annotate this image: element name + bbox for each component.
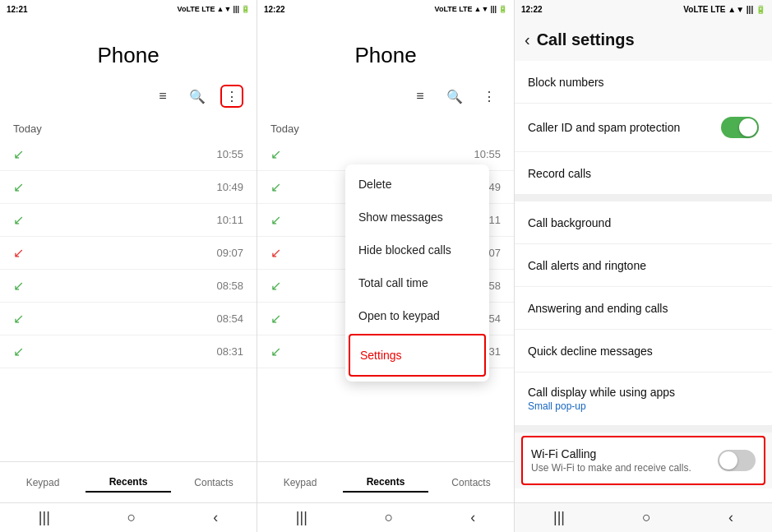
- wifi-toggle-knob: [719, 451, 737, 470]
- back-icon-1[interactable]: ‹: [213, 509, 218, 526]
- settings-caller-id[interactable]: Caller ID and spam protection: [515, 104, 772, 152]
- phone-title-1: Phone: [0, 18, 257, 85]
- wifi-calling-toggle[interactable]: [718, 450, 756, 471]
- more-icon-2[interactable]: ⋮: [478, 85, 501, 108]
- filter-icon-2[interactable]: ≡: [409, 85, 432, 108]
- settings-title-bar: ‹ Call settings: [515, 18, 772, 61]
- tab-recents-1[interactable]: Recents: [86, 473, 171, 493]
- call-time: 10:49: [216, 181, 243, 193]
- settings-answering-ending[interactable]: Answering and ending calls: [515, 287, 772, 330]
- settings-record-calls[interactable]: Record calls: [515, 152, 772, 195]
- record-calls-label: Record calls: [528, 167, 591, 180]
- dropdown-total-call-time[interactable]: Total call time: [345, 266, 489, 299]
- call-icon: ↙: [13, 179, 24, 195]
- call-alerts-label: Call alerts and ringtone: [528, 259, 646, 272]
- call-display-label: Call display while using apps: [528, 386, 675, 399]
- settings-time: 12:22: [521, 5, 543, 14]
- dropdown-settings[interactable]: Settings: [349, 334, 486, 377]
- dropdown-show-messages[interactable]: Show messages: [345, 201, 489, 234]
- call-display-subtext: Small pop-up: [528, 400, 675, 412]
- settings-wifi-calling[interactable]: Wi-Fi Calling Use Wi-Fi to make and rece…: [521, 436, 765, 485]
- call-item[interactable]: ↙ 08:31: [0, 335, 257, 368]
- circle-icon-3[interactable]: ○: [642, 509, 651, 526]
- call-background-label: Call background: [528, 216, 611, 229]
- call-time: 10:11: [216, 214, 243, 226]
- status-bar-1: 12:21 VoLTE LTE ▲▼ ||| 🔋: [0, 0, 257, 18]
- filter-icon[interactable]: ≡: [151, 85, 174, 108]
- circle-icon-1[interactable]: ○: [127, 509, 136, 526]
- call-list-1: ↙ 10:55 ↙ 10:49 ↙ 10:11 ↙ 09:07 ↙ 08:58 …: [0, 138, 257, 461]
- call-time: 10:55: [474, 148, 501, 160]
- circle-icon-2[interactable]: ○: [385, 509, 394, 526]
- call-time: 08:58: [216, 280, 243, 292]
- bottom-tabs-2: Keypad Recents Contacts: [257, 461, 514, 502]
- nav-bar-1: ||| ○ ‹: [0, 502, 257, 532]
- call-time: 09:07: [216, 247, 243, 259]
- settings-quick-decline[interactable]: Quick decline messages: [515, 330, 772, 372]
- call-icon: ↙: [13, 344, 24, 359]
- call-icon: ↙: [270, 212, 281, 228]
- settings-call-background[interactable]: Call background: [515, 201, 772, 244]
- call-item[interactable]: ↙ 10:11: [0, 204, 257, 237]
- settings-list: Block numbers Caller ID and spam protect…: [515, 61, 772, 502]
- status-bar-2: 12:22 VoLTE LTE ▲▼ ||| 🔋: [257, 0, 514, 18]
- caller-id-toggle[interactable]: [721, 117, 759, 138]
- call-item[interactable]: ↙ 08:54: [0, 303, 257, 335]
- toggle-knob: [739, 118, 757, 136]
- settings-call-alerts[interactable]: Call alerts and ringtone: [515, 244, 772, 287]
- call-item[interactable]: ↙ 10:49: [0, 171, 257, 204]
- call-time: 08:54: [216, 312, 243, 325]
- dropdown-delete[interactable]: Delete: [345, 168, 489, 201]
- call-icon: ↙: [270, 179, 281, 195]
- call-icon: ↙: [270, 311, 281, 326]
- tab-recents-2[interactable]: Recents: [343, 473, 428, 493]
- back-arrow[interactable]: ‹: [525, 30, 530, 49]
- settings-page-title: Call settings: [537, 30, 635, 49]
- dropdown-menu: Delete Show messages Hide blocked calls …: [345, 164, 489, 382]
- more-icon[interactable]: ⋮: [220, 85, 243, 108]
- tab-contacts-2[interactable]: Contacts: [428, 474, 514, 492]
- back-icon-2[interactable]: ‹: [470, 509, 475, 526]
- tab-contacts-1[interactable]: Contacts: [171, 474, 257, 492]
- divider-2: [515, 426, 772, 433]
- today-label-2: Today: [257, 116, 514, 138]
- answering-ending-label: Answering and ending calls: [528, 302, 668, 315]
- search-icon[interactable]: 🔍: [186, 85, 209, 108]
- status-time-2: 12:22: [264, 5, 285, 14]
- tab-keypad-1[interactable]: Keypad: [0, 474, 86, 492]
- settings-status-bar: 12:22 VoLTE LTE ▲▼ ||| 🔋: [515, 0, 772, 18]
- dropdown-hide-blocked[interactable]: Hide blocked calls: [345, 234, 489, 266]
- home-icon-2[interactable]: |||: [296, 509, 307, 526]
- tab-keypad-2[interactable]: Keypad: [257, 474, 343, 492]
- call-item[interactable]: ↙ 10:55: [0, 138, 257, 171]
- home-icon-3[interactable]: |||: [553, 509, 565, 526]
- settings-voicemail[interactable]: Voicemail: [515, 488, 772, 502]
- phone-title-2: Phone: [257, 18, 514, 85]
- home-icon-1[interactable]: |||: [39, 509, 50, 526]
- divider-1: [515, 195, 772, 201]
- back-icon-3[interactable]: ‹: [728, 509, 733, 526]
- call-item[interactable]: ↙ 08:58: [0, 270, 257, 303]
- caller-id-label: Caller ID and spam protection: [528, 121, 680, 134]
- missed-call-icon: ↙: [270, 245, 281, 261]
- status-icons-2: VoLTE LTE ▲▼ ||| 🔋: [435, 5, 507, 13]
- bottom-tabs-1: Keypad Recents Contacts: [0, 461, 257, 502]
- missed-call-icon: ↙: [13, 245, 24, 261]
- settings-block-numbers[interactable]: Block numbers: [515, 61, 772, 104]
- settings-call-display[interactable]: Call display while using apps Small pop-…: [515, 372, 772, 426]
- settings-status-icons: VoLTE LTE ▲▼ ||| 🔋: [683, 5, 765, 14]
- status-time-1: 12:21: [7, 5, 28, 14]
- search-icon-2[interactable]: 🔍: [443, 85, 466, 108]
- call-icon: ↙: [13, 311, 24, 326]
- call-icon: ↙: [13, 212, 24, 228]
- toolbar-2: ≡ 🔍 ⋮: [257, 85, 514, 116]
- call-icon: ↙: [13, 278, 24, 294]
- block-numbers-label: Block numbers: [528, 76, 604, 89]
- dropdown-open-keypad[interactable]: Open to keypad: [345, 299, 489, 332]
- toolbar-1: ≡ 🔍 ⋮: [0, 85, 257, 116]
- call-icon: ↙: [270, 278, 281, 294]
- call-item-missed[interactable]: ↙ 09:07: [0, 237, 257, 270]
- call-icon: ↙: [13, 146, 24, 162]
- nav-bar-2: ||| ○ ‹: [257, 502, 514, 532]
- wifi-calling-label: Wi-Fi Calling: [531, 447, 691, 460]
